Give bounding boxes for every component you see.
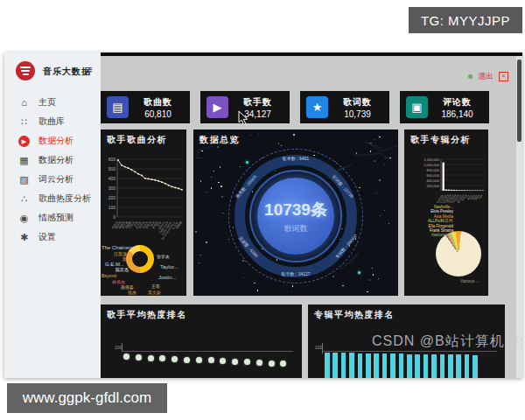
gallery-icon: ▣	[406, 96, 428, 118]
pie-callout-label: Various ...	[460, 278, 480, 284]
stat-card-text: 评论数186,140	[431, 96, 483, 119]
sidebar-menu: ⌂主页∷歌曲库▶数据分析▦数据分析▨词云分析∴歌曲热度分析◉情感预测✱设置	[4, 93, 101, 247]
star	[200, 255, 201, 256]
heat-bar	[366, 354, 371, 378]
star	[379, 136, 380, 137]
star	[220, 186, 221, 186]
artist-tag: Justin...	[158, 275, 177, 280]
play-icon: ▶	[206, 96, 228, 118]
artist-tag: Beyond	[102, 273, 116, 278]
status-dot	[468, 74, 472, 79]
heat-dot	[148, 355, 154, 361]
stat-card-title: 歌词数	[332, 96, 383, 108]
lyrics-count-value: 10739条	[264, 199, 327, 221]
accent-dot	[246, 161, 248, 164]
heat-dot	[220, 358, 226, 364]
menu-toggle-icon[interactable]: ≡	[86, 63, 93, 76]
scrollbar-thumb[interactable]	[517, 60, 522, 142]
star	[380, 215, 381, 216]
main-content: 退出 × ▤歌曲数60,810▶歌手数34,127★歌词数10,739▣评论数1…	[101, 52, 522, 378]
stat-card-text: 歌手数34,127	[232, 96, 284, 119]
artist-tag: 王菲	[151, 284, 160, 289]
accent-dot	[358, 271, 360, 274]
svg-text:1,200,000: 1,200,000	[424, 158, 440, 162]
sidebar-item[interactable]: ▶数据分析	[4, 131, 101, 150]
heat-bar	[424, 354, 429, 378]
svg-text:0: 0	[113, 214, 116, 220]
stat-card-title: 歌曲数	[132, 96, 184, 108]
star	[384, 210, 385, 211]
logout-icon[interactable]: ×	[499, 72, 508, 81]
sidebar-item-label: 数据分析	[38, 154, 74, 166]
album-pie-chart	[436, 231, 481, 276]
star	[228, 239, 229, 240]
heat-dot	[256, 360, 262, 366]
donut-hole	[132, 251, 148, 267]
svg-text:800,000: 800,000	[427, 168, 440, 172]
site-watermark: www.ggpk-gfdl.com	[7, 383, 167, 413]
heat-dot	[172, 356, 178, 362]
gridline-100	[122, 351, 293, 352]
panel-title: 数据总览	[200, 134, 240, 146]
heat-bar	[341, 353, 346, 378]
star	[388, 223, 389, 224]
star	[258, 134, 259, 135]
sidebar-item-label: 歌曲库	[38, 116, 65, 128]
star	[200, 180, 201, 181]
heat-dot	[196, 357, 202, 363]
star	[206, 192, 207, 192]
star	[293, 134, 295, 136]
sidebar-item[interactable]: ⌂主页	[4, 93, 101, 112]
scrollbar-track[interactable]	[516, 56, 522, 378]
play-circle-icon: ▶	[18, 136, 30, 147]
sidebar-item[interactable]: ✱设置	[4, 228, 101, 247]
star	[291, 291, 292, 292]
status-row: 退出 ×	[468, 71, 508, 82]
heat-bar	[456, 354, 461, 378]
sidebar-item-label: 歌曲热度分析	[38, 192, 91, 205]
panel-artist-songs: 歌手歌曲分析 0100200300400500600周杰伦陈奕迅林俊杰薛之谦邓紫…	[101, 130, 186, 296]
star	[221, 196, 223, 198]
tg-watermark: TG: MYYJJPP	[409, 7, 522, 33]
ring-segment-label: 歌单数 : 6461	[283, 156, 309, 161]
panel-title: 歌手平均热度排名	[107, 309, 187, 321]
stat-card: ▣评论数186,140	[400, 91, 489, 123]
heat-bar	[440, 354, 445, 378]
heat-dot	[269, 360, 275, 367]
svg-text:600: 600	[108, 157, 116, 162]
heat-bar	[358, 354, 363, 378]
word-cloud-icon: ▨	[18, 174, 30, 186]
stat-card: ★歌词数10,739	[300, 91, 389, 123]
heat-bar	[407, 354, 412, 379]
star	[240, 166, 241, 167]
star	[389, 158, 390, 158]
sidebar-item[interactable]: ∴歌曲热度分析	[4, 189, 101, 208]
artist-tag: 陈奕迅	[116, 267, 129, 272]
heat-bar	[382, 354, 388, 378]
stat-card-value: 186,140	[431, 109, 483, 119]
heat-bar	[472, 355, 478, 378]
scatter-icon: ∴	[18, 193, 30, 205]
star	[257, 290, 258, 290]
sidebar-item[interactable]: ◉情感预测	[4, 208, 101, 228]
logout-button[interactable]: 退出	[478, 71, 494, 82]
panel-title: 歌手歌曲分析	[107, 134, 167, 146]
heat-bar	[332, 353, 338, 378]
sidebar-item[interactable]: ▨词云分析	[4, 170, 101, 189]
artist-donut-chart	[126, 245, 154, 273]
star	[372, 268, 373, 269]
y-axis	[322, 343, 323, 354]
star	[278, 143, 279, 144]
artist-tag: Taylor...	[160, 264, 178, 270]
stat-card-value: 60,810	[132, 109, 184, 119]
artist-tag: 张学友	[157, 254, 170, 259]
stat-card-title: 歌手数	[232, 96, 284, 108]
settings-gear-icon: ✱	[18, 232, 30, 243]
heat-bar	[390, 354, 396, 378]
star	[281, 145, 282, 146]
panel-data-overview: 数据总览 10739条 歌词数 歌单数 : 6461歌词数 : 10739专辑数…	[193, 130, 398, 296]
sidebar-item[interactable]: ∷歌曲库	[4, 112, 101, 131]
star	[373, 274, 374, 275]
stat-card-value: 34,127	[232, 109, 284, 119]
sidebar-item[interactable]: ▦数据分析	[4, 150, 101, 170]
